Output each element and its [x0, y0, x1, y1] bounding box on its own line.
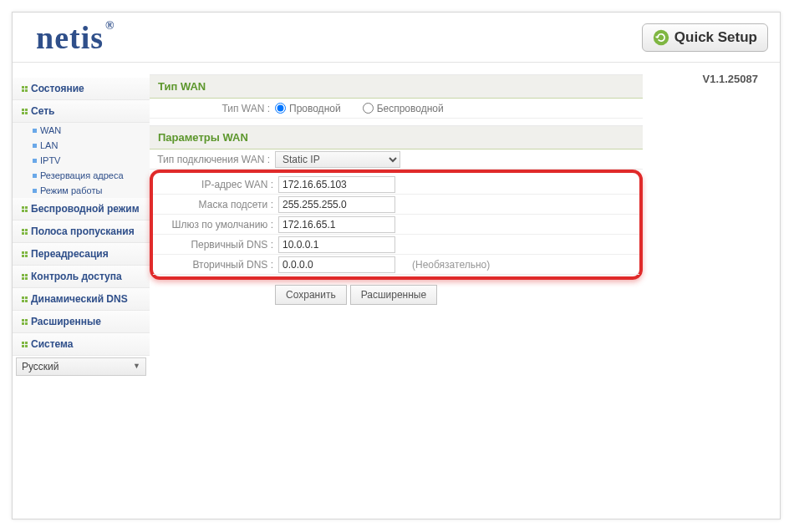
sidebar-label: Переадресация [31, 248, 109, 260]
quick-setup-button[interactable]: Quick Setup [642, 23, 768, 52]
sidebar-item-wireless[interactable]: Беспроводной режим [13, 198, 150, 220]
sidebar-item-ddns[interactable]: Динамический DNS [13, 288, 150, 311]
section-title-wan-params: Параметры WAN [150, 125, 643, 149]
main-content: Тип WAN Тип WAN : Проводной Беспроводной… [150, 63, 643, 377]
radio-wireless[interactable] [363, 103, 374, 114]
dns2-note: (Необязательно) [412, 259, 490, 271]
wan-type-wireless-radio[interactable]: Беспроводной [363, 103, 444, 114]
gw-input[interactable] [278, 216, 395, 233]
brand-logo: netis® [36, 19, 115, 56]
submenu-item-wan[interactable]: WAN [13, 123, 150, 138]
firmware-version: V1.1.25087 [702, 73, 758, 85]
language-selected: Русский [22, 361, 59, 372]
submenu-item-addr-reserve[interactable]: Резервация адреса [13, 168, 150, 183]
gw-label: Шлюз по умолчанию : [153, 219, 278, 231]
advanced-button[interactable]: Расширенные [350, 285, 438, 305]
sidebar-label: Динамический DNS [31, 293, 128, 305]
submenu-item-iptv[interactable]: IPTV [13, 153, 150, 168]
mask-label: Маска подсети : [153, 199, 278, 210]
sidebar-label: Полоса пропускания [31, 225, 135, 237]
wan-type-wired-radio[interactable]: Проводной [275, 103, 341, 114]
section-title-wan-type: Тип WAN [150, 74, 643, 99]
ip-label: IP-адрес WAN : [153, 179, 278, 190]
sidebar-item-status[interactable]: Состояние [13, 78, 150, 100]
submenu-item-lan[interactable]: LAN [13, 138, 150, 153]
dns2-label: Вторичный DNS : [153, 259, 278, 271]
sidebar-item-advanced[interactable]: Расширенные [13, 311, 150, 333]
sidebar-item-bandwidth[interactable]: Полоса пропускания [13, 220, 150, 243]
sidebar-label: Расширенные [31, 316, 101, 327]
sidebar-item-network[interactable]: Сеть [13, 100, 150, 123]
sidebar-label: Сеть [31, 105, 54, 117]
language-select[interactable]: Русский [16, 357, 146, 376]
ip-input[interactable] [278, 176, 395, 193]
dns1-input[interactable] [278, 236, 395, 253]
dns1-label: Первичный DNS : [153, 239, 278, 251]
sidebar-item-forwarding[interactable]: Переадресация [13, 243, 150, 266]
dns2-input[interactable] [278, 256, 395, 273]
save-button[interactable]: Сохранить [275, 285, 347, 305]
sidebar-item-access-control[interactable]: Контроль доступа [13, 266, 150, 288]
highlighted-fields: IP-адрес WAN : Маска подсети : Шлюз по у… [150, 170, 643, 280]
quick-setup-label: Quick Setup [674, 29, 757, 46]
conn-type-select[interactable]: Static IP [275, 151, 400, 168]
mask-input[interactable] [278, 196, 395, 213]
wan-type-label: Тип WAN : [150, 103, 275, 114]
sidebar-item-system[interactable]: Система [13, 333, 150, 356]
sidebar-label: Состояние [31, 83, 84, 94]
sidebar-label: Система [31, 338, 74, 350]
conn-type-label: Тип подключения WAN : [150, 154, 275, 165]
submenu-item-op-mode[interactable]: Режим работы [13, 183, 150, 198]
sidebar-label: Беспроводной режим [31, 203, 140, 215]
radio-wired[interactable] [275, 103, 286, 114]
sidebar-label: Контроль доступа [31, 271, 122, 282]
refresh-icon [653, 29, 669, 46]
svg-point-0 [654, 29, 669, 44]
sidebar: Состояние Сеть WAN LAN IPTV Резервация а… [13, 63, 150, 377]
